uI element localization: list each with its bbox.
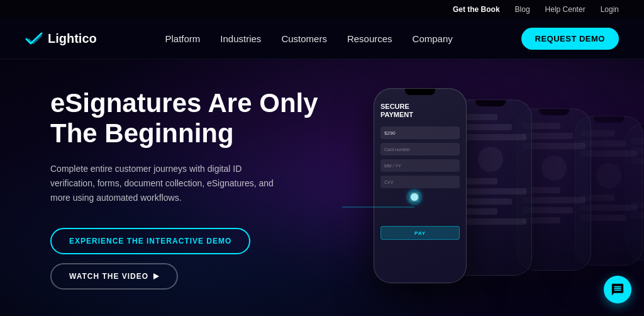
phone-field-card: Card number [380,143,460,155]
help-center-link[interactable]: Help Center [545,5,586,14]
phone-screen: SECUREPAYMENT $290 Card number MM / YY C… [374,95,466,245]
phone-mockup-main: SECUREPAYMENT $290 Card number MM / YY C… [374,88,467,283]
nav-item-customers[interactable]: Customers [281,33,327,45]
phone-field-amount: $290 [380,127,460,139]
login-link[interactable]: Login [601,5,619,14]
nav-item-platform[interactable]: Platform [165,33,200,45]
phone-pay-button: PAY [380,226,460,240]
phone-screen-title: SECUREPAYMENT [380,103,460,119]
nav-item-industries[interactable]: Industries [220,33,261,45]
navbar: Lightico Platform Industries Customers R… [0,19,644,59]
phone-field-expiry: MM / YY [380,159,460,172]
nav-item-company[interactable]: Company [413,33,453,45]
logo-icon [25,32,43,46]
hero-section: eSignatures Are Only The Beginning Compl… [0,59,644,316]
nav-item-resources[interactable]: Resources [347,33,392,45]
request-demo-button[interactable]: REQUEST DEMO [521,28,619,50]
hero-title: eSignatures Are Only The Beginning [50,88,318,149]
hero-content: eSignatures Are Only The Beginning Compl… [50,88,318,290]
utility-bar: Get the Book Blog Help Center Login [0,0,644,19]
play-icon [153,273,159,279]
get-the-book-link[interactable]: Get the Book [453,5,500,14]
chat-icon [611,283,625,296]
phone-field-cvv: CVV [380,176,460,188]
phone-notch [405,89,435,95]
nav-links: Platform Industries Customers Resources … [165,33,452,45]
hero-description: Complete entire customer journeys with d… [50,162,277,205]
phones-container: SECUREPAYMENT $290 Card number MM / YY C… [298,69,644,308]
logo-text: Lightico [48,31,97,46]
video-button[interactable]: WATCH THE VIDEO [50,263,178,290]
hero-phones: SECUREPAYMENT $290 Card number MM / YY C… [292,59,644,316]
chat-bubble[interactable] [604,276,631,303]
demo-button[interactable]: EXPERIENCE THE INTERACTIVE DEMO [50,228,250,254]
blog-link[interactable]: Blog [515,5,530,14]
logo[interactable]: Lightico [25,31,97,46]
hero-buttons: EXPERIENCE THE INTERACTIVE DEMO WATCH TH… [50,228,318,290]
